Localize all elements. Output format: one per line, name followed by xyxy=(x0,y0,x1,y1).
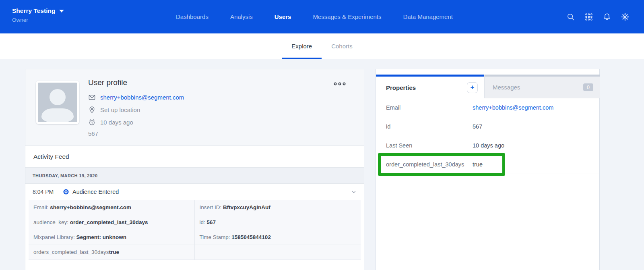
tab-cohorts[interactable]: Cohorts xyxy=(322,33,362,59)
avatar-body-shape xyxy=(41,108,74,122)
event-properties-table: Email: sherry+bobbins@segment.com Insert… xyxy=(29,200,361,260)
property-row-last-seen: Last Seen 10 days ago xyxy=(376,136,599,155)
inactive-tab-topbar xyxy=(485,75,600,77)
search-icon[interactable] xyxy=(566,12,575,21)
property-value: 10 days ago xyxy=(473,142,504,149)
property-value: 567 xyxy=(473,123,482,130)
top-navigation-bar: Sherry Testing Owner Dashboards Analysis… xyxy=(0,0,644,33)
tab-properties[interactable]: Properties + xyxy=(376,75,484,98)
table-row: Mixpanel Library: Segment: unknown Time … xyxy=(29,230,361,245)
property-value: true xyxy=(473,161,483,168)
table-cell: Insert ID: BftvpxcuyAgInAuf xyxy=(195,200,361,215)
event-name: Audience Entered xyxy=(72,189,119,195)
avatar xyxy=(36,81,79,124)
profile-header-section: User profile sherry+bobbins@segment.com … xyxy=(25,69,364,145)
activity-date-header: THURSDAY, MARCH 19, 2020 xyxy=(25,167,364,184)
profile-email-link[interactable]: sherry+bobbins@segment.com xyxy=(100,94,184,101)
profile-last-seen: 10 days ago xyxy=(100,119,133,126)
tab-explore[interactable]: Explore xyxy=(282,33,322,59)
activity-feed-title: Activity Feed xyxy=(33,153,69,160)
notifications-bell-icon[interactable] xyxy=(603,12,611,21)
user-profile-card: User profile sherry+bobbins@segment.com … xyxy=(25,69,364,270)
table-cell: audience_key: order_completed_last_30day… xyxy=(29,215,195,230)
property-row-id: id 567 xyxy=(376,117,599,136)
location-pin-icon xyxy=(88,106,96,114)
property-row-order-completed: order_completed_last_30days true xyxy=(376,155,599,174)
property-key: Email xyxy=(376,104,473,111)
active-tab-topbar xyxy=(376,75,484,77)
property-key: order_completed_last_30days xyxy=(376,161,473,168)
nav-item-analysis[interactable]: Analysis xyxy=(230,13,253,20)
kebab-dots-icon xyxy=(333,81,346,86)
property-key: id xyxy=(376,123,473,130)
table-cell: Time Stamp: 1585045844102 xyxy=(195,230,361,245)
properties-messages-tabbar: Properties + Messages 0 xyxy=(376,75,599,98)
avatar-head-shape xyxy=(50,89,66,105)
tab-properties-label: Properties xyxy=(386,84,416,91)
property-value-email-link[interactable]: sherry+bobbins@segment.com xyxy=(473,104,553,111)
org-role: Owner xyxy=(12,17,64,23)
table-cell: Mixpanel Library: Segment: unknown xyxy=(29,230,195,245)
property-row-email: Email sherry+bobbins@segment.com xyxy=(376,98,599,117)
activity-event-row[interactable]: 8:04 PM Audience Entered xyxy=(25,184,364,200)
profile-location[interactable]: Set up location xyxy=(100,106,140,113)
tab-messages[interactable]: Messages 0 xyxy=(484,75,600,98)
profile-title: User profile xyxy=(88,78,184,87)
property-key: Last Seen xyxy=(376,142,473,149)
tab-messages-label: Messages xyxy=(493,84,520,91)
caret-down-icon xyxy=(59,10,64,12)
tab-cohorts-label: Cohorts xyxy=(331,43,353,50)
audience-entered-dot-icon xyxy=(63,189,69,195)
nav-item-messages-experiments[interactable]: Messages & Experiments xyxy=(313,13,381,20)
table-cell: id: 567 xyxy=(195,215,361,230)
active-tab-underline xyxy=(282,58,322,59)
tab-explore-label: Explore xyxy=(291,43,312,50)
table-row: orders_completed_last_30daystrue xyxy=(29,245,361,260)
add-property-button[interactable]: + xyxy=(467,82,478,93)
explore-cohorts-tabbar: Explore Cohorts xyxy=(0,33,644,59)
org-selector[interactable]: Sherry Testing Owner xyxy=(12,7,64,23)
table-cell xyxy=(195,245,361,260)
profile-user-id: 567 xyxy=(88,130,184,137)
event-time: 8:04 PM xyxy=(33,189,58,195)
table-cell: orders_completed_last_30daystrue xyxy=(29,245,195,260)
envelope-icon xyxy=(88,93,96,101)
main-nav: Dashboards Analysis Users Messages & Exp… xyxy=(176,0,453,33)
org-name: Sherry Testing xyxy=(12,7,55,15)
settings-gear-icon[interactable] xyxy=(621,12,630,21)
table-row: audience_key: order_completed_last_30day… xyxy=(29,215,361,230)
nav-item-data-management[interactable]: Data Management xyxy=(403,13,453,20)
chevron-down-icon[interactable] xyxy=(351,189,357,195)
table-row: Email: sherry+bobbins@segment.com Insert… xyxy=(29,200,361,215)
alarm-clock-icon xyxy=(88,118,96,126)
messages-count-badge: 0 xyxy=(583,83,593,91)
nav-item-users[interactable]: Users xyxy=(275,13,291,20)
more-options-button[interactable] xyxy=(333,81,346,88)
nav-item-dashboards[interactable]: Dashboards xyxy=(176,13,208,20)
properties-panel-card: Properties + Messages 0 Email sherry+bob… xyxy=(376,69,600,270)
table-cell: Email: sherry+bobbins@segment.com xyxy=(29,200,195,215)
nav-icon-group xyxy=(566,0,630,33)
activity-feed-header: Activity Feed xyxy=(25,145,364,167)
apps-grid-icon[interactable] xyxy=(584,12,593,21)
